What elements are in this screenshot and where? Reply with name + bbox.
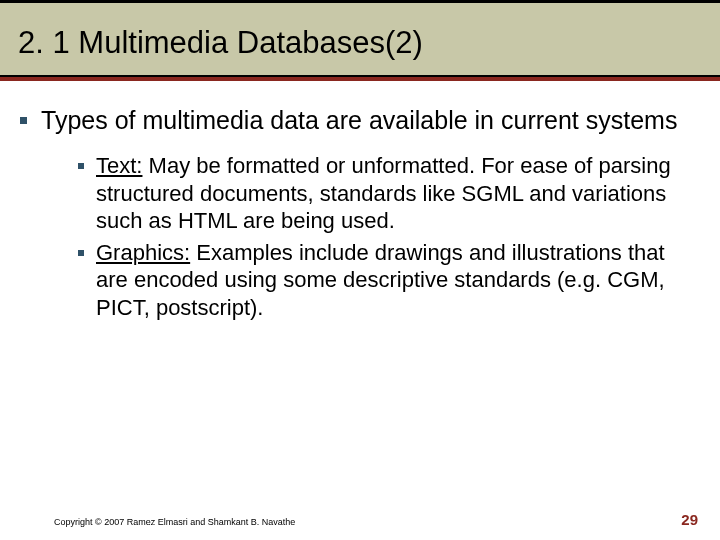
title-band: 2. 1 Multimedia Databases(2): [0, 3, 720, 77]
item-label: Text:: [96, 153, 142, 178]
level1-text: Types of multimedia data are available i…: [41, 105, 677, 136]
page-number: 29: [681, 511, 698, 528]
slide-title: 2. 1 Multimedia Databases(2): [18, 25, 702, 61]
square-bullet-icon: [20, 117, 27, 124]
bullet-level1: Types of multimedia data are available i…: [20, 105, 690, 136]
bullet-level2: Graphics: Examples include drawings and …: [78, 239, 690, 322]
level2-text: Text: May be formatted or unformatted. F…: [96, 152, 690, 235]
level2-text: Graphics: Examples include drawings and …: [96, 239, 690, 322]
content-area: Types of multimedia data are available i…: [0, 81, 720, 335]
square-bullet-icon: [78, 163, 84, 169]
item-label: Graphics:: [96, 240, 190, 265]
copyright-text: Copyright © 2007 Ramez Elmasri and Shamk…: [54, 517, 295, 527]
bullet-level2: Text: May be formatted or unformatted. F…: [78, 152, 690, 235]
item-body: May be formatted or unformatted. For eas…: [96, 153, 671, 233]
square-bullet-icon: [78, 250, 84, 256]
level2-list: Text: May be formatted or unformatted. F…: [20, 146, 690, 321]
footer: Copyright © 2007 Ramez Elmasri and Shamk…: [0, 511, 720, 528]
